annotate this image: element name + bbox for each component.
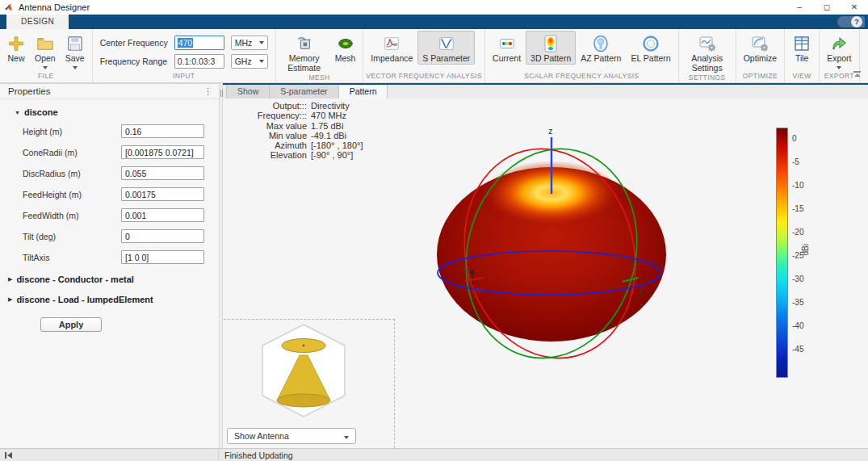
collapse-ribbon-icon[interactable] — [853, 71, 862, 78]
current-button[interactable]: Current — [488, 31, 526, 65]
save-dropdown-caret-icon[interactable] — [73, 66, 78, 69]
colorbar-tick: -5 — [792, 157, 799, 166]
colorbar-tick: -40 — [792, 321, 803, 330]
property-row: FeedHeight (m) — [23, 187, 219, 201]
mesh-icon — [336, 33, 355, 54]
section-optimize: Optimize OPTIMIZE — [736, 29, 785, 82]
section-mesh: Memory Estimate Mesh MESH — [276, 29, 364, 82]
colorbar-tick: -35 — [792, 298, 803, 307]
open-button-label: Open — [35, 54, 56, 64]
feedheight-field[interactable] — [121, 187, 204, 201]
frequency-range-unit-select[interactable]: GHz — [231, 54, 268, 69]
minimize-button[interactable]: – — [786, 0, 813, 15]
center-frequency-unit-select[interactable]: MHz — [231, 36, 268, 50]
show-antenna-caret-icon — [344, 436, 349, 439]
analysis-settings-button[interactable]: Analysis Settings — [681, 31, 733, 73]
section-label-scalar: SCALAR FREQUENCY ANALYSIS — [488, 72, 676, 82]
feedwidth-field[interactable] — [121, 208, 204, 222]
collapse-left-panel-icon[interactable] — [5, 452, 12, 459]
chevron-down-icon: ▼ — [15, 110, 20, 115]
close-button[interactable]: ✕ — [841, 0, 868, 15]
current-icon — [497, 33, 517, 54]
az-pattern-button[interactable]: AZ Pattern — [576, 31, 626, 65]
tab-s-parameter[interactable]: S-parameter — [270, 85, 338, 98]
info-label: Max value — [226, 121, 307, 131]
property-label: FeedWidth (m) — [23, 211, 121, 220]
tile-grid-icon — [792, 33, 811, 54]
property-group-load[interactable]: ▶ discone - Load - lumpedElement — [8, 295, 219, 304]
y-axis-label: y — [640, 285, 645, 295]
open-dropdown-caret-icon[interactable] — [43, 66, 48, 69]
maximize-button[interactable]: ◻ — [813, 0, 841, 15]
tile-button[interactable]: Tile — [787, 31, 816, 65]
center-frequency-label: Center Frequency — [100, 38, 168, 48]
ribbon-tab-band: DESIGN ? — [0, 15, 868, 29]
save-button[interactable]: Save — [61, 31, 90, 70]
impedance-icon — [382, 33, 401, 54]
open-folder-icon — [36, 33, 55, 54]
help-button[interactable]: ? — [837, 16, 865, 27]
property-group-discone[interactable]: ▼ discone — [15, 107, 219, 117]
coneradii-field[interactable] — [121, 145, 204, 159]
frequency-range-input[interactable]: 0.1:0.03:3 — [174, 54, 224, 69]
tiltaxis-field[interactable] — [121, 250, 204, 264]
discradius-field[interactable] — [121, 166, 204, 180]
section-label-settings: SETTINGS — [681, 73, 733, 83]
unit-dropdown-caret-icon — [259, 41, 264, 44]
window-title: Antenna Designer — [19, 2, 90, 12]
pattern-3d-button[interactable]: 3D Pattern — [526, 31, 576, 65]
export-dropdown-caret-icon[interactable] — [837, 66, 841, 69]
frequency-range-value: 0.1:0.03:3 — [178, 57, 216, 66]
tab-design[interactable]: DESIGN — [6, 15, 69, 29]
antenna-geometry-preview[interactable] — [261, 323, 346, 420]
export-button[interactable]: Export — [822, 31, 856, 70]
info-label: Frequency::: — [226, 111, 307, 120]
mesh-button[interactable]: Mesh — [330, 31, 361, 65]
save-floppy-icon — [66, 33, 84, 54]
info-value: 470 MHz — [311, 111, 346, 120]
apply-button[interactable]: Apply — [40, 317, 102, 332]
memory-estimate-button[interactable]: Memory Estimate — [279, 31, 330, 73]
frequency-range-unit-value: GHz — [235, 57, 259, 66]
section-vector-frequency-analysis: Impedance S Parameter VECTOR FREQUENCY A… — [363, 29, 485, 82]
chevron-right-icon: ▶ — [8, 296, 12, 303]
radiation-pattern-3d-plot[interactable]: z x y el az — [396, 113, 719, 379]
section-label-input: INPUT — [95, 72, 273, 82]
az-pattern-label: AZ Pattern — [581, 54, 621, 64]
mesh-label: Mesh — [335, 54, 356, 64]
property-label: DiscRadius (m) — [23, 169, 121, 178]
analysis-settings-label: Analysis Settings — [686, 54, 728, 73]
chevron-right-icon: ▶ — [8, 276, 12, 283]
height-field[interactable] — [121, 124, 204, 138]
colorbar-tick: -10 — [792, 181, 803, 190]
tab-show[interactable]: Show — [226, 85, 270, 98]
el-pattern-button[interactable]: EL Pattern — [626, 31, 675, 65]
show-antenna-select[interactable]: Show Antenna — [227, 428, 356, 444]
property-row: DiscRadius (m) — [23, 166, 219, 180]
center-frequency-input[interactable]: 470 — [174, 36, 224, 50]
center-frequency-value: 470 — [178, 38, 194, 48]
info-value: [-180° , 180°] — [311, 140, 363, 150]
tile-label: Tile — [795, 54, 809, 64]
antenna-inset-panel: Show Antenna — [224, 319, 395, 448]
property-group-conductor[interactable]: ▶ discone - Conductor - metal — [8, 275, 219, 284]
open-button[interactable]: Open — [30, 31, 61, 70]
help-icon: ? — [851, 16, 862, 27]
properties-panel: Properties ⋮ ▼ discone Height (m) ConeRa… — [0, 83, 219, 448]
optimize-button[interactable]: Optimize — [739, 31, 782, 65]
section-label-file: FILE — [2, 72, 90, 82]
optimize-label: Optimize — [744, 54, 777, 64]
impedance-button[interactable]: Impedance — [366, 31, 417, 65]
optimize-icon — [750, 33, 769, 54]
s-parameter-button[interactable]: S Parameter — [417, 31, 475, 65]
section-input: Center Frequency 470 MHz Frequency Range… — [93, 29, 276, 82]
new-button[interactable]: New — [2, 31, 30, 65]
pattern-3d-icon — [542, 33, 560, 54]
tab-pattern[interactable]: Pattern — [339, 85, 388, 98]
el-pattern-label: EL Pattern — [631, 54, 670, 64]
kebab-menu-icon[interactable]: ⋮ — [203, 87, 212, 96]
frequency-range-label: Frequency Range — [100, 57, 168, 66]
info-label: Elevation — [226, 150, 307, 160]
tilt-field[interactable] — [121, 229, 204, 243]
section-file: New Open Save FILE — [0, 29, 93, 82]
